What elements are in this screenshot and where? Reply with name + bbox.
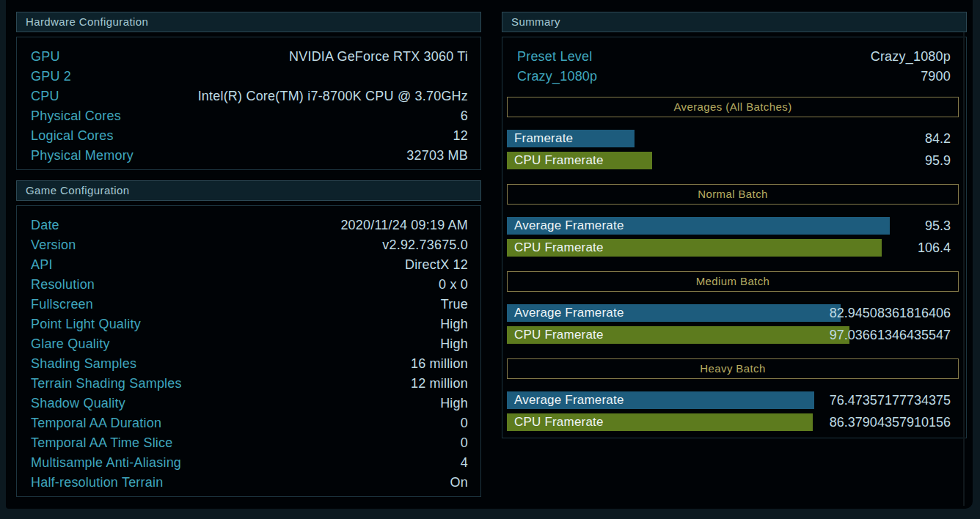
cpu-framerate-bar-row: CPU Framerate 86.37904357910156 xyxy=(507,413,959,431)
summary-header: Summary xyxy=(502,12,967,32)
batch-bars: Framerate 84.2 CPU Framerate 95.9 xyxy=(507,130,959,169)
bar-label: CPU Framerate xyxy=(507,239,604,257)
config-label: Temporal AA Duration xyxy=(31,416,161,431)
framerate-bar-row: Average Framerate 82.94508361816406 xyxy=(507,304,959,322)
batch-header-label: Medium Batch xyxy=(696,275,770,287)
hardware-configuration-header: Hardware Configuration xyxy=(16,12,481,32)
config-row-date: Date 2020/11/24 09:19 AM xyxy=(31,216,468,235)
config-label: Logical Cores xyxy=(31,128,114,144)
batch-bars: Average Framerate 82.94508361816406 CPU … xyxy=(507,304,959,344)
bar-label: Framerate xyxy=(507,130,573,147)
config-label: Glare Quality xyxy=(31,336,110,352)
config-label: Multisample Anti-Aliasing xyxy=(31,455,181,471)
bar-label: Average Framerate xyxy=(507,304,624,322)
config-value: 16 million xyxy=(411,356,468,372)
config-label: API xyxy=(31,257,53,273)
config-value: Intel(R) Core(TM) i7-8700K CPU @ 3.70GHz xyxy=(198,89,468,104)
batch-heavy: Heavy Batch Average Framerate 76.4735717… xyxy=(507,358,959,431)
config-row-cpu: CPU Intel(R) Core(TM) i7-8700K CPU @ 3.7… xyxy=(31,86,468,106)
config-label: Terrain Shading Samples xyxy=(31,376,182,391)
bar-value: 95.3 xyxy=(925,217,951,235)
config-value: 0 xyxy=(461,416,468,431)
bar-value: 97.03661346435547 xyxy=(830,326,951,344)
config-row-half-resolution-terrain: Half-resolution Terrain On xyxy=(31,473,468,493)
bar-label: Average Framerate xyxy=(507,217,624,235)
config-label: GPU 2 xyxy=(31,69,71,84)
config-row-point-light-quality: Point Light Quality High xyxy=(31,314,468,334)
config-value: 2020/11/24 09:19 AM xyxy=(340,218,468,233)
config-row-gpu2: GPU 2 xyxy=(31,67,468,86)
bar-value: 76.47357177734375 xyxy=(830,391,951,409)
framerate-bar-row: Framerate 84.2 xyxy=(507,130,959,147)
left-column: Hardware Configuration GPU NVIDIA GeForc… xyxy=(16,12,481,497)
config-row-physical-cores: Physical Cores 6 xyxy=(31,106,468,126)
config-label: Point Light Quality xyxy=(31,317,141,332)
cpu-framerate-bar-row: CPU Framerate 97.03661346435547 xyxy=(507,326,959,344)
config-value: 0 x 0 xyxy=(439,277,468,292)
bar-value: 86.37904357910156 xyxy=(830,413,951,431)
config-label: Shading Samples xyxy=(31,356,136,372)
batch-medium: Medium Batch Average Framerate 82.945083… xyxy=(507,271,959,344)
summary-rows: Preset Level Crazy_1080p Crazy_1080p 790… xyxy=(507,47,959,86)
batch-header: Normal Batch xyxy=(507,184,959,205)
config-row-multisample-anti-aliasing: Multisample Anti-Aliasing 4 xyxy=(31,453,468,473)
config-label: Temporal AA Time Slice xyxy=(31,435,172,451)
bar-label: CPU Framerate xyxy=(507,152,604,169)
config-value: 4 xyxy=(461,455,468,471)
config-label: Resolution xyxy=(31,277,95,292)
config-label: Shadow Quality xyxy=(31,396,125,411)
config-value: 6 xyxy=(461,108,468,124)
bar-label: Average Framerate xyxy=(507,391,624,409)
batch-header: Heavy Batch xyxy=(507,358,959,379)
game-configuration-title: Game Configuration xyxy=(26,184,129,196)
window-edge-line xyxy=(963,32,965,506)
config-label: Version xyxy=(31,238,76,253)
batch-header-label: Heavy Batch xyxy=(700,362,765,375)
config-label: Physical Memory xyxy=(31,148,134,163)
summary-box: Preset Level Crazy_1080p Crazy_1080p 790… xyxy=(502,37,967,438)
config-value: 32703 MB xyxy=(406,148,468,163)
hardware-configuration-title: Hardware Configuration xyxy=(26,15,148,28)
summary-column: Summary Preset Level Crazy_1080p Crazy_1… xyxy=(502,12,967,438)
config-value: 12 xyxy=(453,128,468,144)
config-row-api: API DirectX 12 xyxy=(31,255,468,275)
config-row-gpu: GPU NVIDIA GeForce RTX 3060 Ti xyxy=(31,47,468,67)
config-row-temporal-aa-duration: Temporal AA Duration 0 xyxy=(31,413,468,433)
config-value: True xyxy=(441,297,468,312)
config-label: GPU xyxy=(31,49,60,65)
summary-row-score: Crazy_1080p 7900 xyxy=(517,67,951,86)
bar-value: 84.2 xyxy=(925,130,951,147)
config-label: CPU xyxy=(31,89,59,104)
config-row-temporal-aa-time-slice: Temporal AA Time Slice 0 xyxy=(31,433,468,453)
batch-header-label: Averages (All Batches) xyxy=(673,100,791,113)
hardware-configuration-box: GPU NVIDIA GeForce RTX 3060 Ti GPU 2 CPU… xyxy=(16,37,481,170)
batch-header: Medium Batch xyxy=(507,271,959,292)
config-value: NVIDIA GeForce RTX 3060 Ti xyxy=(289,49,468,65)
config-label: Date xyxy=(31,218,59,233)
cpu-framerate-bar-row: CPU Framerate 106.4 xyxy=(507,239,959,257)
config-value: 0 xyxy=(461,435,468,451)
benchmark-results-screen: Hardware Configuration GPU NVIDIA GeForc… xyxy=(6,0,973,509)
batch-normal: Normal Batch Average Framerate 95.3 CPU … xyxy=(507,184,959,257)
config-row-shadow-quality: Shadow Quality High xyxy=(31,394,468,413)
config-row-terrain-shading-samples: Terrain Shading Samples 12 million xyxy=(31,374,468,394)
bar-label: CPU Framerate xyxy=(507,326,604,344)
config-value: Crazy_1080p xyxy=(871,49,951,65)
batch-header-label: Normal Batch xyxy=(698,188,768,200)
game-configuration-box: Date 2020/11/24 09:19 AM Version v2.92.7… xyxy=(16,205,481,497)
bar-value: 106.4 xyxy=(918,239,951,257)
config-value: High xyxy=(440,317,468,332)
config-value: High xyxy=(440,396,468,411)
game-configuration-header: Game Configuration xyxy=(16,180,481,201)
summary-row-preset-level: Preset Level Crazy_1080p xyxy=(517,47,951,67)
batch-bars: Average Framerate 95.3 CPU Framerate 106… xyxy=(507,217,959,257)
config-value: On xyxy=(450,475,468,490)
config-row-shading-samples: Shading Samples 16 million xyxy=(31,354,468,374)
config-label: Half-resolution Terrain xyxy=(31,475,163,490)
config-row-logical-cores: Logical Cores 12 xyxy=(31,126,468,146)
config-row-glare-quality: Glare Quality High xyxy=(31,334,468,354)
bar-value: 82.94508361816406 xyxy=(830,304,951,322)
config-label: Physical Cores xyxy=(31,108,121,124)
batch-bars: Average Framerate 76.47357177734375 CPU … xyxy=(507,391,959,431)
batch-averages: Averages (All Batches) Framerate 84.2 CP… xyxy=(507,97,959,169)
